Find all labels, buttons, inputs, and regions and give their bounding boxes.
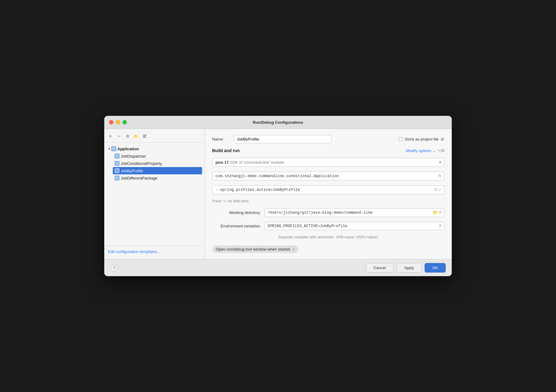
- ok-button[interactable]: OK: [425, 263, 446, 273]
- help-button[interactable]: ?: [110, 264, 118, 272]
- sidebar-item-job-dispatcher[interactable]: JobDispatcher: [113, 152, 202, 160]
- copy-icon[interactable]: ⎘: [435, 187, 437, 192]
- sidebar-items: ▾ Application JobDispatcher: [104, 144, 205, 246]
- tree-parent-label: Application: [117, 147, 139, 151]
- minimize-button[interactable]: [116, 120, 120, 124]
- copy-icon[interactable]: ⎘: [439, 210, 442, 215]
- chip-close-button[interactable]: ×: [293, 247, 295, 251]
- chevron-down-icon: ▾: [109, 147, 110, 151]
- tree-parent-application[interactable]: ▾ Application: [107, 145, 202, 152]
- titlebar: Run/Debug Configurations: [104, 116, 452, 129]
- store-as-project-checkbox[interactable]: [399, 137, 403, 141]
- svg-rect-12: [116, 169, 118, 172]
- chevron-down-icon: ▾: [439, 160, 441, 164]
- sdk-module-text: SDK of 'command-line' module: [229, 160, 284, 165]
- sdk-dropdown-text: java 17 SDK of 'command-line' module: [216, 160, 437, 165]
- name-label: Name:: [212, 137, 230, 141]
- separator-hint: Separate variables with semicolon: VAR=v…: [212, 235, 444, 239]
- sidebar: + − ⧉ 📁 ▾: [104, 129, 205, 259]
- section-header: Build and run Modify options ⌄ ⌥M: [212, 148, 444, 153]
- name-input[interactable]: [234, 135, 332, 143]
- field-hint: Press ⌥ for field hints: [212, 199, 444, 203]
- main-content: + − ⧉ 📁 ▾: [104, 129, 452, 259]
- field-icons: ⎘: [439, 224, 442, 228]
- right-panel: Name: Store as project file ⚙ Build and …: [205, 129, 452, 259]
- apply-button[interactable]: Apply: [397, 263, 422, 273]
- tree-children: JobDispatcher JobConditionalProperty: [107, 152, 202, 182]
- sidebar-toolbar: + − ⧉ 📁: [104, 131, 205, 143]
- env-variables-row: Environment variables: SPRING_PROFILES_A…: [212, 222, 444, 230]
- config-icon: [115, 168, 119, 173]
- svg-rect-9: [116, 162, 118, 165]
- program-args-field: --spring.profiles.active=JobByProfile ⎘ …: [212, 185, 444, 194]
- main-class-value[interactable]: com.shzhangji.demo.commandline.condition…: [216, 174, 437, 178]
- gear-icon[interactable]: ⚙: [440, 137, 444, 142]
- modify-options-shortcut: ⌥M: [437, 148, 444, 153]
- close-button[interactable]: [109, 120, 113, 124]
- sidebar-item-label: JobDispatcher: [121, 154, 146, 159]
- main-class-field: com.shzhangji.demo.commandline.condition…: [212, 172, 444, 180]
- edit-templates-link[interactable]: Edit configuration templates...: [108, 249, 160, 254]
- add-config-button[interactable]: +: [107, 133, 114, 140]
- chip-label: Open run/debug tool window when started: [216, 247, 290, 251]
- sidebar-item-job-conditional-property[interactable]: JobConditionalProperty: [113, 160, 202, 167]
- program-args-value[interactable]: --spring.profiles.active=JobByProfile: [216, 188, 435, 192]
- env-variables-label: Environment variables:: [212, 224, 261, 228]
- working-directory-row: Working directory: /Users/jizhang/git/ja…: [212, 208, 444, 217]
- sdk-dropdown[interactable]: java 17 SDK of 'command-line' module ▾: [212, 158, 444, 167]
- copy-icon[interactable]: ⎘: [439, 174, 441, 178]
- sidebar-footer: Edit configuration templates...: [104, 246, 205, 257]
- store-as-project-label: Store as project file: [405, 137, 439, 141]
- traffic-lights: [109, 120, 127, 124]
- move-to-folder-button[interactable]: 📁: [132, 133, 140, 140]
- field-icons: 📁 ⎘: [433, 210, 442, 215]
- svg-rect-3: [112, 148, 115, 150]
- working-directory-label: Working directory:: [212, 210, 261, 215]
- sidebar-item-label: JobByProfile: [121, 169, 143, 173]
- tags-area: Open run/debug tool window when started …: [212, 244, 444, 253]
- modify-options-button[interactable]: Modify options ⌄ ⌥M: [406, 148, 444, 153]
- cancel-button[interactable]: Cancel: [366, 263, 393, 273]
- maximize-button[interactable]: [123, 120, 127, 124]
- copy-icon[interactable]: ⎘: [439, 224, 442, 228]
- tree-group-application: ▾ Application JobDispatcher: [104, 145, 205, 182]
- store-as-project-container: Store as project file ⚙: [399, 137, 444, 142]
- sdk-version: java 17: [216, 160, 229, 165]
- svg-rect-15: [116, 177, 118, 179]
- build-and-run-title: Build and run: [212, 148, 240, 153]
- sidebar-item-label: JobDifferentPackage: [121, 176, 157, 180]
- folder-icon[interactable]: 📁: [433, 210, 438, 215]
- help-label: ?: [113, 265, 115, 270]
- copy-config-button[interactable]: ⧉: [124, 133, 131, 140]
- sidebar-item-job-by-profile[interactable]: JobByProfile: [113, 167, 202, 174]
- sidebar-item-label: JobConditionalProperty: [121, 161, 162, 166]
- bottom-bar: ? Cancel Apply OK: [104, 259, 452, 276]
- config-icon: [115, 154, 119, 159]
- sort-button[interactable]: [141, 133, 148, 140]
- run-debug-configurations-window: Run/Debug Configurations + − ⧉ 📁: [104, 116, 452, 276]
- field-icons: ⎘ ⤢: [435, 187, 441, 192]
- bottom-actions: Cancel Apply OK: [366, 263, 446, 273]
- name-row: Name: Store as project file ⚙: [212, 135, 444, 143]
- sidebar-item-job-different-package[interactable]: JobDifferentPackage: [113, 174, 202, 182]
- open-tool-window-chip: Open run/debug tool window when started …: [212, 245, 298, 253]
- remove-config-button[interactable]: −: [115, 133, 123, 140]
- working-directory-value[interactable]: /Users/jizhang/git/java-blog-demo/comman…: [267, 211, 433, 215]
- expand-icon[interactable]: ⤢: [438, 188, 441, 192]
- chevron-down-icon: ⌄: [433, 148, 436, 153]
- working-directory-field: /Users/jizhang/git/java-blog-demo/comman…: [265, 208, 444, 217]
- env-variables-field: SPRING_PROFILES_ACTIVE=JobByProfile ⎘: [265, 222, 444, 230]
- svg-rect-6: [116, 155, 118, 157]
- config-icon: [115, 176, 119, 180]
- modify-options-label: Modify options: [406, 148, 431, 153]
- application-icon: [111, 146, 116, 151]
- config-icon: [115, 161, 119, 166]
- window-title: Run/Debug Configurations: [253, 120, 303, 125]
- env-variables-value[interactable]: SPRING_PROFILES_ACTIVE=JobByProfile: [267, 224, 439, 228]
